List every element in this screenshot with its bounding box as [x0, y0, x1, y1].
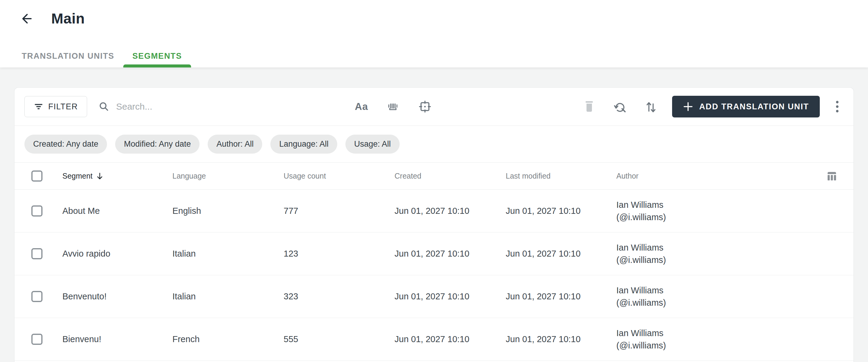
cell-usage: 555 — [284, 334, 395, 344]
column-header-language[interactable]: Language — [173, 172, 284, 180]
cell-author: Ian Williams (@i.williams) — [616, 241, 827, 266]
column-settings-icon[interactable] — [827, 171, 837, 182]
select-all-checkbox[interactable] — [31, 170, 42, 182]
author-handle: (@i.williams) — [616, 211, 827, 224]
cell-usage: 323 — [284, 292, 395, 301]
tab-segments[interactable]: SEGMENTS — [123, 52, 191, 67]
plus-icon — [683, 101, 693, 112]
match-whole-word-icon[interactable] — [387, 101, 399, 112]
cell-created: Jun 01, 2027 10:10 — [395, 292, 506, 301]
cell-author: Ian Williams (@i.williams) — [616, 284, 827, 309]
author-handle: (@i.williams) — [616, 254, 827, 266]
cell-modified: Jun 01, 2027 10:10 — [506, 292, 616, 301]
column-header-usage[interactable]: Usage count — [284, 172, 395, 180]
bulk-action-icons — [584, 100, 656, 113]
toolbar: FILTER Aa — [14, 88, 854, 126]
cell-language: Italian — [173, 292, 284, 301]
row-checkbox[interactable] — [31, 205, 42, 217]
column-header-author[interactable]: Author — [616, 172, 827, 180]
row-checkbox[interactable] — [31, 334, 42, 345]
column-label-segment: Segment — [62, 172, 93, 180]
row-checkbox[interactable] — [31, 291, 42, 302]
chip-modified[interactable]: Modified: Any date — [115, 135, 199, 154]
filter-button[interactable]: FILTER — [24, 96, 87, 117]
author-name: Ian Williams — [616, 241, 827, 254]
tab-segments-label: SEGMENTS — [132, 52, 182, 61]
cell-language: French — [173, 334, 284, 344]
search-box — [98, 101, 355, 112]
author-name: Ian Williams — [616, 199, 827, 211]
page-body: FILTER Aa — [0, 67, 868, 362]
filter-button-label: FILTER — [48, 102, 78, 111]
table-row: About Me English 777 Jun 01, 2027 10:10 … — [14, 190, 854, 232]
author-handle: (@i.williams) — [616, 339, 827, 352]
cell-created: Jun 01, 2027 10:10 — [395, 206, 506, 216]
cell-usage: 777 — [284, 206, 395, 216]
arrow-left-icon — [20, 12, 33, 25]
filter-chips-row: Created: Any date Modified: Any date Aut… — [14, 126, 854, 163]
tab-bar: TRANSLATION UNITS SEGMENTS — [0, 52, 868, 67]
back-button[interactable] — [19, 11, 34, 26]
row-checkbox[interactable] — [31, 248, 42, 259]
page-title: Main — [51, 10, 85, 27]
add-button-label: ADD TRANSLATION UNIT — [699, 102, 809, 111]
cell-author: Ian Williams (@i.williams) — [616, 327, 827, 352]
cell-created: Jun 01, 2027 10:10 — [395, 334, 506, 344]
column-header-modified[interactable]: Last modified — [506, 172, 616, 180]
table-header-row: Segment Language Usage count Created Las… — [14, 163, 854, 190]
target-frame-icon[interactable] — [418, 100, 431, 113]
segments-card: FILTER Aa — [14, 87, 854, 362]
column-header-segment[interactable]: Segment — [62, 172, 173, 180]
sort-desc-icon — [96, 172, 103, 180]
cell-author: Ian Williams (@i.williams) — [616, 199, 827, 224]
search-icon — [98, 101, 110, 112]
cell-segment: Bienvenu! — [62, 334, 173, 344]
add-translation-unit-button[interactable]: ADD TRANSLATION UNIT — [672, 96, 820, 118]
page-header: Main TRANSLATION UNITS SEGMENTS — [0, 0, 868, 67]
table-row: Benvenuto! Italian 323 Jun 01, 2027 10:1… — [14, 275, 854, 318]
chip-usage[interactable]: Usage: All — [345, 135, 400, 154]
cell-segment: Benvenuto! — [62, 292, 173, 301]
filter-icon — [34, 102, 43, 111]
chip-author[interactable]: Author: All — [208, 135, 262, 154]
cell-modified: Jun 01, 2027 10:10 — [506, 334, 616, 344]
cell-segment: Avvio rapido — [62, 249, 173, 259]
author-name: Ian Williams — [616, 284, 827, 297]
table-row: Avvio rapido Italian 123 Jun 01, 2027 10… — [14, 232, 854, 275]
find-replace-icon[interactable] — [614, 100, 626, 113]
cell-created: Jun 01, 2027 10:10 — [395, 249, 506, 259]
kebab-menu-icon[interactable] — [835, 100, 839, 113]
column-header-created[interactable]: Created — [395, 172, 506, 180]
table-row: Bienvenu! French 555 Jun 01, 2027 10:10 … — [14, 318, 854, 361]
author-name: Ian Williams — [616, 327, 827, 339]
tab-translation-units[interactable]: TRANSLATION UNITS — [13, 52, 123, 67]
delete-icon[interactable] — [584, 100, 595, 113]
author-handle: (@i.williams) — [616, 297, 827, 309]
match-case-icon[interactable]: Aa — [355, 101, 368, 112]
cell-usage: 123 — [284, 249, 395, 259]
chip-language[interactable]: Language: All — [270, 135, 337, 154]
chip-created[interactable]: Created: Any date — [24, 135, 107, 154]
search-mode-icons: Aa — [355, 100, 431, 113]
sort-arrows-icon[interactable] — [645, 100, 656, 113]
search-input[interactable] — [116, 101, 327, 112]
cell-modified: Jun 01, 2027 10:10 — [506, 206, 616, 216]
active-tab-indicator — [123, 64, 191, 67]
cell-language: English — [173, 206, 284, 216]
cell-language: Italian — [173, 249, 284, 259]
cell-segment: About Me — [62, 206, 173, 216]
cell-modified: Jun 01, 2027 10:10 — [506, 249, 616, 259]
